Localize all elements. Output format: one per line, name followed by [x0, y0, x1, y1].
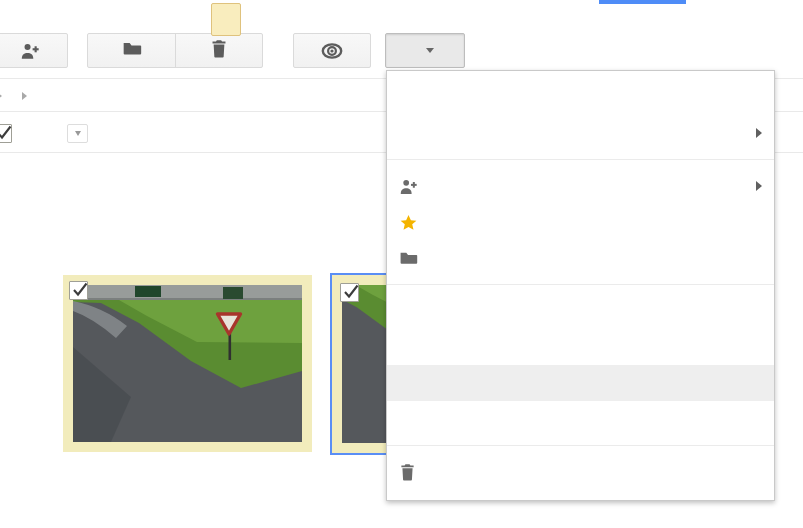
menu-item-leser-hindern[interactable]: [387, 401, 774, 437]
submenu-arrow-icon: [756, 128, 762, 138]
submenu-arrow-icon: [756, 181, 762, 191]
file-checkbox[interactable]: [340, 283, 359, 302]
menu-item-freigeben[interactable]: [387, 168, 774, 204]
share-add-person-button[interactable]: [0, 33, 68, 68]
breadcrumb-arrow-icon: [22, 92, 27, 100]
menu-item-herunterladen[interactable]: [387, 365, 774, 401]
title-sort-dropdown[interactable]: [67, 124, 88, 143]
chevron-down-icon: [426, 48, 434, 53]
menu-separator: [387, 159, 774, 160]
checkmark-icon: [71, 282, 88, 299]
breadcrumb-arrow-icon: [0, 92, 2, 100]
menu-separator: [387, 284, 774, 285]
file-checkbox[interactable]: [69, 281, 88, 300]
checkmark-icon: [342, 284, 359, 301]
breadcrumb: [0, 86, 37, 106]
menu-item-kopie-erstellen[interactable]: [387, 329, 774, 365]
trash-icon: [210, 39, 228, 62]
folder-icon: [399, 250, 426, 266]
file-thumbnail-img-7661[interactable]: [63, 275, 312, 452]
menu-item-als-ungesehen[interactable]: [387, 293, 774, 329]
star-icon: [399, 213, 426, 232]
preview-button[interactable]: [293, 33, 371, 68]
mehr-menu-button[interactable]: [385, 33, 465, 68]
menu-item-entfernen[interactable]: [387, 454, 774, 490]
menu-item-verschieben[interactable]: [387, 240, 774, 276]
mehr-dropdown-menu: [386, 70, 775, 501]
person-add-icon: [20, 42, 40, 60]
group-photo-image: [73, 285, 302, 442]
delete-button[interactable]: [175, 34, 262, 67]
organize-button-group: [87, 33, 263, 68]
menu-item-oeffnen-mit[interactable]: [387, 115, 774, 151]
select-all-checkbox[interactable]: [0, 124, 12, 143]
chevron-down-icon: [75, 131, 81, 136]
checkmark-icon: [0, 125, 12, 142]
upload-notification: [211, 3, 241, 36]
menu-item-markierung[interactable]: [387, 204, 774, 240]
preview-eye-icon: [320, 41, 344, 61]
person-add-icon: [399, 178, 426, 195]
folder-icon: [122, 40, 142, 61]
move-to-folder-button[interactable]: [88, 34, 175, 67]
menu-separator: [387, 445, 774, 446]
menu-item-vorschau[interactable]: [387, 79, 774, 115]
trash-icon: [399, 463, 426, 481]
top-tab-indicator: [599, 0, 686, 4]
